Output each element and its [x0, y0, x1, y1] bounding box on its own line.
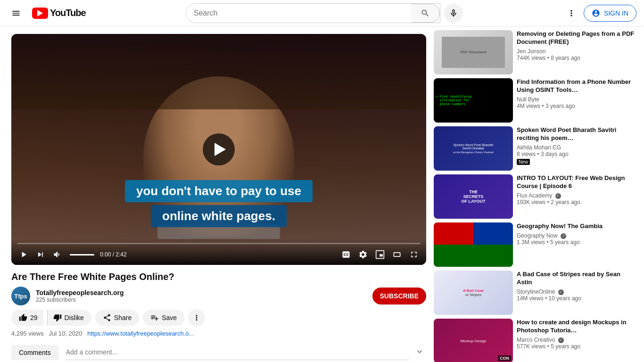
sidebar-info-4: INTRO TO LAYOUT: Free Web Design Course …: [517, 174, 636, 219]
sidebar-thumb-6: A Bad Case of Stripes: [434, 271, 513, 315]
sidebar-title-6: A Bad Case of Stripes read by Sean Astin: [517, 271, 636, 287]
sidebar-thumb-4: THE SECRETS OF LAYOUT: [434, 174, 513, 219]
sidebar-video-4[interactable]: THE SECRETS OF LAYOUT INTRO TO LAYOUT: F…: [434, 174, 636, 219]
sidebar-info-1: Removing or Deleting Pages from a PDF Do…: [517, 30, 636, 74]
sidebar-meta-4: 193K views • 2 years ago: [517, 199, 636, 206]
sidebar-title-5: Geography Now! The Gambia: [517, 222, 636, 230]
sidebar-channel-5: Geography Now: [517, 232, 636, 239]
volume-button[interactable]: [51, 248, 64, 261]
view-count: 4,295 views: [11, 330, 44, 337]
comment-expand-button[interactable]: [413, 345, 426, 360]
sidebar-info-7: How to create and design Mockups in Phot…: [517, 319, 636, 362]
dislike-button[interactable]: Dislike: [47, 310, 91, 326]
play-button[interactable]: [203, 133, 235, 165]
sidebar: PDF Document Removing or Deleting Pages …: [434, 26, 644, 362]
sidebar-thumb-2: > Find identifying information for phone…: [434, 78, 513, 123]
theater-button[interactable]: [390, 248, 404, 261]
subscribe-button[interactable]: SUBSCRIBE: [372, 288, 426, 304]
miniplayer-button[interactable]: [373, 248, 387, 261]
sidebar-video-5[interactable]: Geography Now! The Gambia Geography Now …: [434, 222, 636, 267]
search-bar: [186, 3, 440, 23]
sidebar-channel-6: StorylineOnline: [517, 288, 636, 295]
sidebar-meta-6: 14M views • 10 years ago: [517, 295, 636, 302]
sidebar-channel-4: Flux Academy: [517, 192, 636, 199]
volume-slider[interactable]: [70, 254, 94, 255]
sidebar-title-7: How to create and design Mockups in Phot…: [517, 319, 636, 335]
share-button[interactable]: Share: [95, 310, 139, 326]
comments-header: Comments: [11, 345, 426, 360]
menu-button[interactable]: [8, 5, 25, 22]
verified-icon-4: [555, 193, 561, 199]
more-options-button[interactable]: [563, 5, 580, 22]
sidebar-video-6[interactable]: A Bad Case of Stripes A Bad Case of Stri…: [434, 271, 636, 315]
channel-subscribers: 225 subscribers: [36, 296, 124, 303]
sidebar-info-3: Spoken Word Poet Bharath Savitri recitin…: [517, 126, 636, 171]
sidebar-video-1[interactable]: PDF Document Removing or Deleting Pages …: [434, 30, 636, 74]
controls-row: 0:00 / 2:42: [17, 248, 421, 261]
video-player[interactable]: you don't have to pay to use online whit…: [11, 34, 426, 265]
comments-section: Comments: [11, 345, 426, 360]
time-display: 0:00 / 2:42: [100, 251, 127, 258]
video-section: you don't have to pay to use online whit…: [0, 26, 434, 362]
main-content: you don't have to pay to use online whit…: [0, 26, 644, 362]
sidebar-meta-5: 1.3M views • 5 years ago: [517, 239, 636, 246]
upload-date: Jul 10, 2020: [49, 330, 83, 337]
header: YouTube SIGN IN: [0, 0, 644, 26]
verified-icon-6: [558, 289, 564, 295]
captions-button[interactable]: [339, 248, 353, 261]
sidebar-info-5: Geography Now! The Gambia Geography Now …: [517, 222, 636, 267]
header-center: [86, 3, 563, 23]
video-link[interactable]: https://www.totallyfreepeoplesearch.o...: [87, 330, 194, 337]
youtube-logo[interactable]: YouTube: [32, 8, 86, 19]
sidebar-channel-1: Jen Jonson: [517, 48, 636, 55]
video-controls: 0:00 / 2:42: [11, 239, 426, 265]
settings-button[interactable]: [356, 248, 370, 261]
verified-icon-7: [558, 337, 564, 343]
overlay-text-2: online white pages.: [151, 205, 287, 227]
youtube-icon: [32, 8, 48, 19]
sidebar-meta-1: 744K views • 8 years ago: [517, 55, 636, 61]
channel-info: Tfps Totallyfreepeoplesearch.org 225 sub…: [11, 287, 124, 305]
search-input[interactable]: [186, 5, 411, 21]
video-meta: 4,295 views Jul 10, 2020 https://www.tot…: [11, 330, 426, 337]
next-button[interactable]: [34, 248, 47, 261]
like-button[interactable]: 29: [11, 310, 43, 326]
sidebar-title-2: Find Information from a Phone Number Usi…: [517, 78, 636, 94]
search-button[interactable]: [411, 4, 440, 23]
more-actions-button[interactable]: [188, 309, 205, 326]
sidebar-meta-7: 577K views • 5 years ago: [517, 343, 636, 350]
comments-tab[interactable]: Comments: [11, 345, 58, 360]
sidebar-video-2[interactable]: > Find identifying information for phone…: [434, 78, 636, 123]
sidebar-info-6: A Bad Case of Stripes read by Sean Astin…: [517, 271, 636, 315]
video-thumbnail: you don't have to pay to use online whit…: [11, 34, 426, 265]
sidebar-meta-2: 4M views • 3 years ago: [517, 103, 636, 109]
sign-in-button[interactable]: SIGN IN: [584, 5, 636, 22]
comment-input[interactable]: [66, 345, 409, 360]
channel-row: Tfps Totallyfreepeoplesearch.org 225 sub…: [11, 287, 426, 305]
channel-avatar[interactable]: Tfps: [11, 287, 30, 305]
overlay-text-1: you don't have to pay to use: [125, 180, 313, 202]
channel-details: Totallyfreepeoplesearch.org 225 subscrib…: [36, 289, 124, 303]
header-left: YouTube: [8, 5, 86, 22]
sidebar-thumb-3: Spoken Word Poet Bharath Savitri Diwakar…: [434, 126, 513, 171]
sidebar-channel-3: Akhila Mohan CG: [517, 144, 636, 151]
save-button[interactable]: Save: [143, 310, 184, 326]
video-overlay: you don't have to pay to use online whit…: [125, 180, 313, 227]
fullscreen-button[interactable]: [407, 248, 421, 261]
sidebar-title-4: INTRO TO LAYOUT: Free Web Design Course …: [517, 174, 636, 190]
channel-name[interactable]: Totallyfreepeoplesearch.org: [36, 289, 124, 296]
play-pause-button[interactable]: [17, 248, 30, 261]
comment-input-row: [66, 345, 426, 360]
sidebar-thumb-7: Mockup Design CON: [434, 319, 513, 362]
sidebar-thumb-1: PDF Document: [434, 30, 513, 74]
verified-icon-5: [561, 233, 566, 239]
sidebar-video-7[interactable]: Mockup Design CON How to create and desi…: [434, 319, 636, 362]
progress-bar[interactable]: [17, 243, 421, 244]
sidebar-title-1: Removing or Deleting Pages from a PDF Do…: [517, 30, 636, 46]
sidebar-info-2: Find Information from a Phone Number Usi…: [517, 78, 636, 123]
youtube-wordmark: YouTube: [50, 8, 86, 18]
sidebar-channel-7: Marco Creativo: [517, 337, 636, 343]
sidebar-meta-3: 8 views • 3 days ago: [517, 151, 636, 157]
voice-search-button[interactable]: [444, 4, 463, 23]
sidebar-video-3[interactable]: Spoken Word Poet Bharath Savitri Diwakar…: [434, 126, 636, 171]
